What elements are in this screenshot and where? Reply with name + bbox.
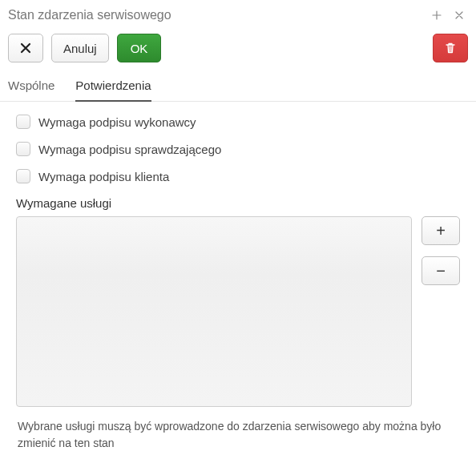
minus-icon: − — [436, 262, 446, 280]
titlebar-actions — [431, 10, 465, 21]
close-button[interactable] — [8, 34, 43, 62]
tabs: Wspólne Potwierdzenia — [0, 74, 476, 102]
checkbox-klienta[interactable] — [16, 169, 30, 183]
toolbar: Anuluj OK — [0, 29, 476, 74]
cancel-button[interactable]: Anuluj — [51, 34, 109, 62]
window-title: Stan zdarzenia serwisowego — [8, 8, 171, 22]
checkbox-row-klienta: Wymaga podpisu klienta — [16, 169, 460, 183]
plus-icon: + — [436, 222, 446, 240]
remove-service-button[interactable]: − — [422, 256, 460, 285]
checkbox-row-wykonawcy: Wymaga podpisu wykonawcy — [16, 115, 460, 129]
plus-icon[interactable] — [431, 10, 442, 21]
checkbox-label: Wymaga podpisu sprawdzającego — [38, 143, 221, 156]
trash-icon — [444, 42, 457, 54]
close-icon[interactable] — [454, 10, 465, 21]
titlebar: Stan zdarzenia serwisowego — [0, 0, 476, 29]
checkbox-sprawdzajacego[interactable] — [16, 142, 30, 156]
required-services-label: Wymagane usługi — [16, 196, 460, 210]
checkbox-row-sprawdzajacego: Wymaga podpisu sprawdzającego — [16, 142, 460, 156]
tab-potwierdzenia[interactable]: Potwierdzenia — [75, 74, 151, 102]
delete-button[interactable] — [433, 34, 468, 62]
checkbox-label: Wymaga podpisu klienta — [38, 170, 169, 183]
add-service-button[interactable]: + — [422, 216, 460, 245]
ok-button[interactable]: OK — [117, 34, 162, 62]
checkbox-wykonawcy[interactable] — [16, 115, 30, 129]
tab-wspolne[interactable]: Wspólne — [8, 74, 54, 102]
help-text: Wybrane usługi muszą być wprowadzone do … — [16, 407, 460, 452]
checkbox-label: Wymaga podpisu wykonawcy — [38, 115, 196, 129]
required-services-list[interactable] — [16, 216, 412, 407]
tab-content: Wymaga podpisu wykonawcy Wymaga podpisu … — [0, 102, 476, 460]
x-icon — [19, 42, 32, 54]
